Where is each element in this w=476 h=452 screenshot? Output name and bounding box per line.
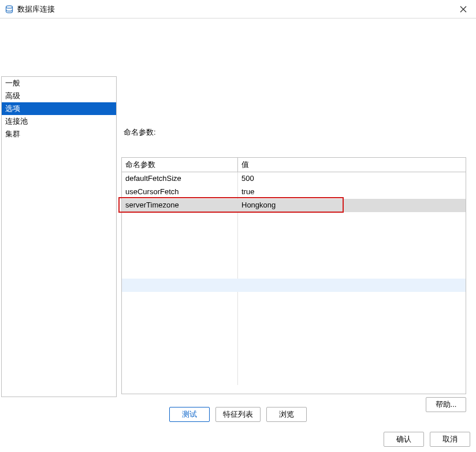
test-button[interactable]: 测试 (169, 407, 210, 422)
table-header: 命名参数 值 (122, 158, 466, 172)
titlebar: 数据库连接 (0, 0, 476, 18)
window-title: 数据库连接 (17, 4, 455, 14)
sidebar-item[interactable]: 高级 (2, 90, 116, 102)
dialog-body: 一般高级选项连接池集群 命名参数: 命名参数 值 defaultFetchSiz… (0, 18, 476, 399)
table-row-empty[interactable] (122, 345, 466, 358)
table-row-empty[interactable] (122, 212, 466, 225)
ok-button[interactable]: 确认 (384, 432, 424, 447)
section-label: 命名参数: (124, 127, 156, 138)
table-row-empty[interactable] (122, 332, 466, 345)
cancel-button[interactable]: 取消 (430, 432, 470, 447)
table-row-empty[interactable] (122, 358, 466, 372)
col-header-value[interactable]: 值 (237, 158, 466, 172)
table-row[interactable]: defaultFetchSize500 (122, 172, 466, 186)
cell-value[interactable]: 500 (237, 172, 466, 186)
table-row-empty[interactable] (122, 225, 466, 239)
table-row-empty[interactable] (122, 372, 466, 385)
table-row-empty[interactable] (122, 265, 466, 279)
close-icon[interactable] (455, 1, 471, 17)
sidebar-item[interactable]: 选项 (2, 102, 116, 115)
table-row-empty[interactable] (122, 252, 466, 265)
database-icon (5, 5, 14, 14)
col-header-name[interactable]: 命名参数 (122, 158, 237, 172)
table-row-empty[interactable] (122, 292, 466, 305)
table-row[interactable]: useCursorFetchtrue (122, 186, 466, 199)
cell-value[interactable]: Hongkong (237, 199, 466, 212)
content-pane: 命名参数: 命名参数 值 defaultFetchSize500useCurso… (121, 76, 475, 397)
table-row-empty[interactable] (122, 279, 466, 292)
table-row-empty[interactable] (122, 239, 466, 252)
params-table[interactable]: 命名参数 值 defaultFetchSize500useCursorFetch… (121, 157, 466, 394)
cell-name[interactable]: useCursorFetch (122, 186, 237, 199)
sidebar-item[interactable]: 连接池 (2, 115, 116, 128)
bottom-button-row: 确认 取消 (384, 431, 470, 448)
cell-value[interactable]: true (237, 186, 466, 199)
nav-sidebar: 一般高级选项连接池集群 (1, 76, 117, 397)
table-row[interactable]: serverTimezoneHongkong (122, 199, 466, 212)
browse-button[interactable]: 浏览 (266, 407, 307, 422)
table-row-empty[interactable] (122, 305, 466, 318)
sidebar-item[interactable]: 集群 (2, 128, 116, 140)
feature-list-button[interactable]: 特征列表 (215, 407, 261, 422)
table-row-empty[interactable] (122, 318, 466, 332)
svg-point-0 (6, 5, 13, 8)
cell-name[interactable]: defaultFetchSize (122, 172, 237, 186)
middle-button-row: 测试 特征列表 浏览 (0, 405, 476, 424)
cell-name[interactable]: serverTimezone (122, 199, 237, 212)
sidebar-item[interactable]: 一般 (2, 77, 116, 90)
